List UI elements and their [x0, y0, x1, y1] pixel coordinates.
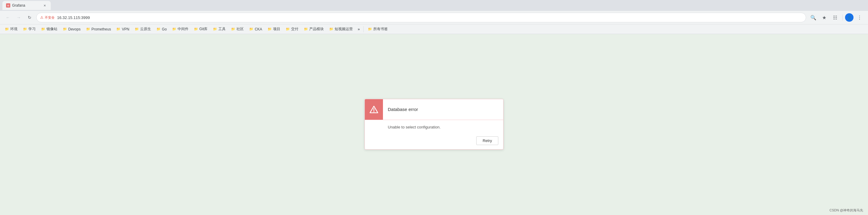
- bookmark-label: Devops: [68, 27, 81, 31]
- folder-icon: 📁: [286, 27, 290, 31]
- profile-icon-symbol: 👤: [847, 15, 852, 20]
- bookmark-label: 项目: [273, 27, 280, 32]
- bookmark-label: 学习: [28, 27, 36, 32]
- search-button[interactable]: 🔍: [808, 13, 818, 22]
- bookmark-item-product[interactable]: 📁 产品模块: [302, 26, 326, 32]
- error-title-area: Database error: [383, 99, 503, 120]
- url-text: 16.32.15.115:3999: [57, 15, 90, 20]
- error-message: Unable to select configuration.: [388, 125, 441, 129]
- bookmark-item-prometheus[interactable]: 📁 Prometheus: [84, 27, 114, 32]
- bookmark-item-tools[interactable]: 📁 工具: [211, 26, 228, 32]
- folder-icon: 📁: [172, 27, 176, 31]
- folder-icon: 📁: [86, 27, 90, 31]
- bookmark-label: CKA: [255, 27, 262, 31]
- bookmark-item-go[interactable]: 📁 Go: [154, 27, 169, 32]
- bookmark-label: 镜像站: [46, 27, 57, 32]
- address-url: 16.32.15.115:3999: [57, 15, 802, 20]
- bookmark-label: 交付: [291, 27, 299, 32]
- page-footer-watermark: CSDN @神奇的海马先: [830, 208, 863, 213]
- bookmark-label: 云原生: [140, 27, 151, 32]
- nav-bar: ← → ↻ ⚠ 不安全 16.32.15.115:3999 🔍 ★: [0, 11, 868, 24]
- address-bar[interactable]: ⚠ 不安全 16.32.15.115:3999: [36, 13, 806, 22]
- all-bookmarks-label: 所有书签: [373, 27, 388, 32]
- tab-favicon-text: G: [7, 4, 9, 7]
- folder-icon: 📁: [194, 27, 198, 31]
- bookmarks-divider: [363, 26, 364, 32]
- bookmark-label: 短视频运营: [335, 27, 353, 32]
- overflow-icon: »: [358, 27, 360, 31]
- bookmark-star-button[interactable]: ★: [819, 13, 829, 22]
- folder-icon: 📁: [368, 27, 372, 31]
- profile-avatar[interactable]: 👤: [845, 13, 854, 22]
- svg-point-2: [374, 111, 374, 112]
- error-dialog-header: Database error: [365, 99, 503, 120]
- folder-icon: 📁: [213, 27, 217, 31]
- tab-title: Grafana: [12, 3, 40, 7]
- bookmark-item-delivery[interactable]: 📁 交付: [283, 26, 301, 32]
- bookmark-item-vpn[interactable]: 📁 VPN: [114, 27, 132, 32]
- watermark-text: CSDN @神奇的海马先: [830, 208, 863, 212]
- nav-right-icons: 🔍 ★ ☷ 👤 ⋮: [808, 13, 864, 22]
- tab-close-button[interactable]: ✕: [42, 3, 47, 8]
- bookmark-label: Prometheus: [92, 27, 111, 31]
- all-bookmarks-button[interactable]: 📁 所有书签: [366, 26, 390, 32]
- extensions-button[interactable]: ☷: [830, 13, 840, 22]
- bookmark-item-cloudnative[interactable]: 📁 云原生: [132, 26, 153, 32]
- bookmark-item-middleware[interactable]: 📁 中间件: [170, 26, 191, 32]
- bookmark-label: 产品模块: [309, 27, 324, 32]
- warning-triangle-icon: [370, 105, 378, 114]
- error-title: Database error: [388, 107, 418, 112]
- nav-divider: [842, 14, 843, 21]
- bookmark-item-community[interactable]: 📁 社区: [229, 26, 246, 32]
- security-text: 不安全: [45, 15, 55, 20]
- bookmark-item-devops[interactable]: 📁 Devops: [60, 27, 83, 32]
- folder-icon: 📁: [41, 27, 45, 31]
- folder-icon: 📁: [63, 27, 67, 31]
- folder-icon: 📁: [135, 27, 139, 31]
- tab-bar: G Grafana ✕: [0, 0, 868, 11]
- error-dialog: Database error Unable to select configur…: [365, 99, 503, 150]
- error-icon-panel: [365, 99, 383, 120]
- bookmark-item-study[interactable]: 📁 学习: [21, 26, 38, 32]
- tab-favicon: G: [6, 3, 10, 7]
- browser-chrome: G Grafana ✕ ← → ↻ ⚠ 不安全 16.32.15.115:399…: [0, 0, 868, 34]
- bookmark-label: 社区: [237, 27, 244, 32]
- bookmark-label: 工具: [218, 27, 226, 32]
- star-icon: ★: [822, 15, 826, 21]
- reload-icon: ↻: [28, 15, 31, 20]
- bookmark-item-env[interactable]: 📁 环境: [2, 26, 20, 32]
- bookmark-item-git[interactable]: 📁 Git库: [191, 26, 210, 32]
- error-body: Unable to select configuration.: [365, 120, 503, 134]
- back-button[interactable]: ←: [4, 13, 12, 22]
- folder-icon: 📁: [5, 27, 9, 31]
- folder-icon: 📁: [304, 27, 308, 31]
- folder-icon: 📁: [268, 27, 272, 31]
- bookmark-label: Git库: [199, 27, 208, 32]
- bookmark-item-mirror[interactable]: 📁 镜像站: [39, 26, 60, 32]
- back-icon: ←: [6, 15, 10, 20]
- bookmark-item-shortvideo[interactable]: 📁 短视频运营: [327, 26, 355, 32]
- security-badge: ⚠ 不安全: [40, 15, 55, 20]
- browser-tab[interactable]: G Grafana ✕: [2, 1, 51, 10]
- reload-button[interactable]: ↻: [25, 13, 34, 22]
- bookmark-label: Go: [162, 27, 167, 31]
- retry-button[interactable]: Retry: [476, 136, 498, 145]
- bookmarks-bar: 📁 环境 📁 学习 📁 镜像站 📁 Devops 📁 Prometheus 📁 …: [0, 24, 868, 34]
- extensions-icon: ☷: [833, 15, 837, 21]
- folder-icon: 📁: [329, 27, 334, 31]
- more-options-button[interactable]: ⋮: [855, 13, 864, 22]
- bookmark-label: 中间件: [178, 27, 188, 32]
- bookmarks-overflow-button[interactable]: »: [356, 26, 362, 32]
- security-warning-icon: ⚠: [40, 15, 43, 20]
- bookmark-item-project[interactable]: 📁 项目: [265, 26, 283, 32]
- forward-button[interactable]: →: [14, 13, 23, 22]
- bookmark-label: 环境: [10, 27, 18, 32]
- more-icon: ⋮: [857, 15, 862, 21]
- bookmark-item-cka[interactable]: 📁 CKA: [247, 27, 265, 32]
- forward-icon: →: [17, 15, 21, 20]
- search-icon: 🔍: [810, 15, 816, 21]
- folder-icon: 📁: [249, 27, 253, 31]
- folder-icon: 📁: [23, 27, 27, 31]
- folder-icon: 📁: [116, 27, 121, 31]
- folder-icon: 📁: [156, 27, 161, 31]
